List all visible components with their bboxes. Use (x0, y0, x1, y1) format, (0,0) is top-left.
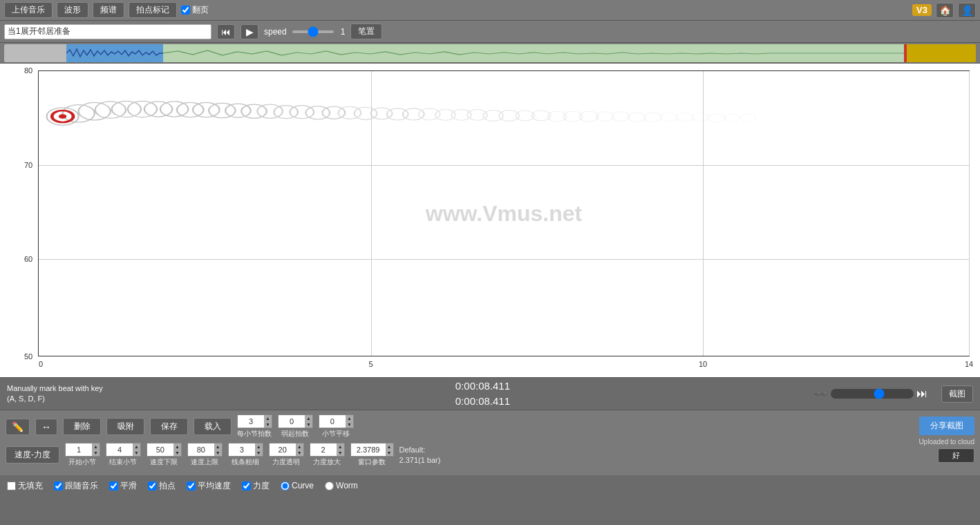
speed-min-down[interactable]: ▼ (173, 450, 181, 456)
load-btn[interactable]: 载入 (194, 418, 232, 435)
home-icon[interactable]: 🏠 (936, 3, 954, 18)
bottom-options: 无填充 跟随音乐 平滑 拍点 平均速度 力度 Curve Worm (0, 475, 980, 496)
upload-btn[interactable]: 上传音乐 (4, 2, 53, 18)
smooth-label[interactable]: 平滑 (109, 480, 137, 492)
beat-btn[interactable]: 拍点标记 (129, 2, 177, 18)
stroke-width-input[interactable]: 3 (229, 443, 255, 456)
speed-slider[interactable] (292, 30, 334, 33)
end-bar-input[interactable]: 4 (106, 443, 133, 456)
opacity-input[interactable]: 20 (270, 443, 296, 456)
power-mag-up[interactable]: ▲ (337, 443, 344, 450)
end-bar-up[interactable]: ▲ (133, 443, 140, 450)
stroke-width-label: 线条粗细 (232, 457, 259, 467)
beat-offset-down[interactable]: ▼ (305, 421, 312, 428)
speed-min-input[interactable]: 50 (147, 443, 173, 456)
power-mag-down[interactable]: ▼ (337, 450, 344, 456)
worm-radio-label[interactable]: Worm (325, 481, 358, 490)
beats-per-bar-up[interactable]: ▲ (264, 415, 272, 421)
opacity-up[interactable]: ▲ (296, 443, 303, 450)
speed-max-input[interactable]: 80 (188, 443, 214, 456)
y-label-80: 80 (24, 66, 32, 75)
power-mag-group: 2 ▲ ▼ 力度放大 (310, 443, 345, 467)
bar-offset-up[interactable]: ▲ (346, 415, 353, 421)
waveform-overview (0, 43, 980, 64)
waveform-btn[interactable]: 波形 (57, 2, 88, 18)
confirm-btn[interactable]: 笔置 (350, 23, 382, 39)
uploaded-label: Uploaded to cloud (918, 438, 974, 446)
svg-point-18 (339, 106, 361, 119)
right-panel: 分享截图 Uploaded to cloud 好 (918, 417, 974, 463)
start-bar-up[interactable]: ▲ (92, 443, 100, 450)
grid-v-3 (969, 71, 970, 356)
beat-offset-group: 0 ▲ ▼ 弱起拍数 (278, 414, 313, 439)
no-fill-checkbox[interactable] (7, 481, 16, 490)
manual-text: Manually mark beat with key (7, 383, 103, 394)
start-bar-down[interactable]: ▼ (92, 450, 100, 456)
track-name-input[interactable]: 当1展开邻居准备 (4, 24, 211, 39)
waveform-zoom-slider[interactable] (831, 389, 914, 399)
power-mag-input[interactable]: 2 (310, 443, 337, 456)
stroke-width-up[interactable]: ▲ (255, 443, 263, 450)
curve-radio-label[interactable]: Curve (281, 481, 314, 490)
beats-per-bar-input[interactable]: 3 (238, 415, 264, 428)
svg-point-40 (692, 113, 708, 122)
end-bar-down[interactable]: ▼ (133, 450, 140, 456)
flip-checkbox-label[interactable]: 翻页 (181, 4, 209, 16)
move-btn[interactable]: ↔️ (35, 419, 57, 435)
speed-power-btn[interactable]: 速度-力度 (6, 446, 59, 464)
curve-radio[interactable] (281, 481, 290, 490)
svg-point-38 (661, 113, 677, 122)
bar-offset-input[interactable]: 0 (319, 415, 346, 428)
beats-per-bar-down[interactable]: ▼ (264, 421, 272, 428)
stroke-width-down[interactable]: ▼ (255, 450, 263, 456)
chart-grid: www.Vmus.net (38, 70, 970, 356)
speed-max-down[interactable]: ▼ (214, 450, 222, 456)
window-param-up[interactable]: ▲ (386, 443, 393, 450)
status-text-block: Manually mark beat with key (A, S, D, F) (7, 383, 103, 405)
follow-music-checkbox[interactable] (54, 481, 63, 490)
power-label[interactable]: 力度 (242, 480, 270, 492)
svg-point-8 (177, 102, 203, 117)
start-bar-input[interactable]: 1 (66, 443, 92, 456)
power-checkbox[interactable] (242, 481, 251, 490)
worm-radio[interactable] (325, 481, 334, 490)
waveform-overview-inner[interactable] (4, 44, 976, 62)
view-btn[interactable]: 截图 (941, 385, 973, 403)
window-param-down[interactable]: ▼ (386, 450, 393, 456)
flip-checkbox[interactable] (181, 6, 190, 15)
rewind-btn[interactable]: ⏮ (217, 24, 235, 39)
beat-point-label[interactable]: 拍点 (148, 480, 176, 492)
upload-ok-btn[interactable]: 好 (938, 448, 974, 463)
speed-max-label: 速度上限 (191, 457, 218, 467)
follow-music-label[interactable]: 跟随音乐 (54, 480, 98, 492)
avg-speed-label[interactable]: 平均速度 (187, 480, 231, 492)
erase-btn[interactable]: ✏️ (6, 419, 30, 435)
x-label-0: 0 (39, 360, 43, 368)
play-btn[interactable]: ▶ (241, 24, 258, 39)
avg-speed-checkbox[interactable] (187, 481, 196, 490)
speed-max-up[interactable]: ▲ (214, 443, 222, 450)
share-btn[interactable]: 分享截图 (919, 417, 974, 435)
beat-offset-input[interactable]: 0 (279, 415, 305, 428)
wf-gray-left (4, 44, 66, 62)
speed-min-up[interactable]: ▲ (173, 443, 181, 450)
svg-point-43 (741, 114, 755, 122)
smooth-checkbox[interactable] (109, 481, 118, 490)
save-btn[interactable]: 保存 (150, 418, 188, 435)
beat-offset-up[interactable]: ▲ (305, 415, 312, 421)
default-label: Default: (399, 446, 426, 454)
opacity-down[interactable]: ▼ (296, 450, 303, 456)
spectrum-btn[interactable]: 频谱 (93, 2, 124, 18)
svg-point-35 (612, 112, 630, 122)
bar-offset-down[interactable]: ▼ (346, 421, 353, 428)
wf-gold (907, 44, 976, 62)
absorb-btn[interactable]: 吸附 (106, 418, 144, 435)
no-fill-label[interactable]: 无填充 (7, 480, 43, 492)
delete-btn[interactable]: 删除 (63, 418, 101, 435)
window-param-input[interactable]: 2.3789 (351, 443, 386, 456)
beat-point-checkbox[interactable] (148, 481, 157, 490)
end-bar-group: 4 ▲ ▼ 结束小节 (106, 443, 141, 467)
user-icon[interactable]: 👤 (958, 3, 976, 18)
power-mag-label: 力度放大 (313, 457, 341, 467)
grid-v-1 (371, 71, 372, 356)
